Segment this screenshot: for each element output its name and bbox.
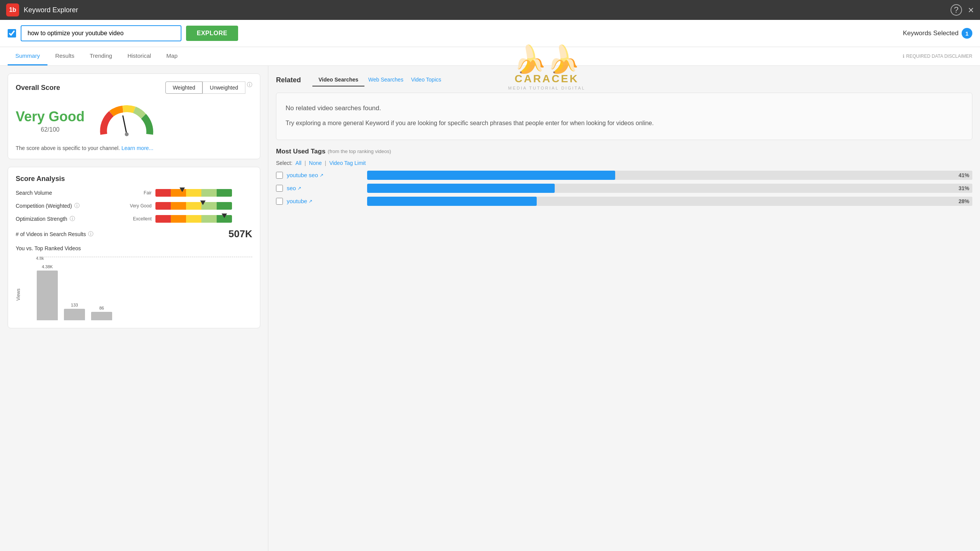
tag-checkbox-2[interactable] xyxy=(276,185,283,192)
tags-header: Most Used Tags (from the top ranking vid… xyxy=(276,148,972,155)
color-bar-search-volume xyxy=(155,189,232,197)
tab-weighted[interactable]: Weighted xyxy=(165,82,203,94)
info-icon: ℹ xyxy=(903,54,905,59)
tag-pct-3: 28% xyxy=(959,198,969,204)
score-card-header: Overall Score Weighted Unweighted ⓘ xyxy=(16,82,252,94)
nav-tabs: Summary Results Trending Historical Map … xyxy=(0,47,980,66)
tag-name-1[interactable]: youtube seo ↗ xyxy=(287,172,363,178)
score-number: 62/100 xyxy=(16,126,85,133)
bar-label-optimization: Excellent xyxy=(123,216,152,222)
external-link-icon-1: ↗ xyxy=(320,173,323,178)
chart-bars: 4.38K 133 86 xyxy=(37,257,252,320)
keywords-selected-label: Keywords Selected xyxy=(903,29,959,37)
tab-video-topics[interactable]: Video Topics xyxy=(407,73,445,86)
videos-label: # of Videos in Search Results ⓘ xyxy=(16,231,123,238)
analysis-label-optimization: Optimization Strength ⓘ xyxy=(16,215,123,222)
tag-checkbox-3[interactable] xyxy=(276,198,283,205)
tags-select-all[interactable]: All xyxy=(296,160,302,166)
bar-container-search-volume: Fair xyxy=(123,189,252,197)
chart-bar-1: 4.38K xyxy=(37,264,58,320)
videos-help-icon[interactable]: ⓘ xyxy=(88,231,93,238)
overall-score-title: Overall Score xyxy=(16,84,60,92)
tag-bar-outer-3: 28% xyxy=(367,197,972,206)
optimization-help-icon[interactable]: ⓘ xyxy=(70,215,75,222)
tag-bar-outer-2: 31% xyxy=(367,184,972,193)
gauge-svg xyxy=(96,104,157,138)
main-content: Overall Score Weighted Unweighted ⓘ Very… xyxy=(0,66,980,551)
bar-marker-competition xyxy=(200,201,206,205)
tag-row-3: youtube ↗ 28% xyxy=(276,197,972,206)
overall-score-card: Overall Score Weighted Unweighted ⓘ Very… xyxy=(8,73,260,159)
tags-select-none[interactable]: None xyxy=(309,160,322,166)
score-tab-help-icon[interactable]: ⓘ xyxy=(247,82,252,94)
app-logo: 1b xyxy=(6,3,19,16)
tab-historical[interactable]: Historical xyxy=(120,47,159,65)
title-bar: 1b Keyword Explorer ? × xyxy=(0,0,980,20)
score-label: Very Good xyxy=(16,109,85,125)
tags-section: Most Used Tags (from the top ranking vid… xyxy=(276,148,972,206)
close-icon[interactable]: × xyxy=(968,4,974,16)
chart-bar-1-label: 4.38K xyxy=(42,264,53,269)
analysis-row-search-volume: Search Volume Fair xyxy=(16,189,252,197)
chart-bar-3-label: 86 xyxy=(99,306,104,310)
you-vs-top-row: You vs. Top Ranked Videos xyxy=(16,245,252,251)
chart-bar-3: 86 xyxy=(91,306,112,320)
analysis-label-search-volume: Search Volume xyxy=(16,190,123,196)
keywords-badge: 1 xyxy=(962,28,972,39)
tab-web-searches[interactable]: Web Searches xyxy=(364,73,407,86)
tab-trending[interactable]: Trending xyxy=(82,47,120,65)
watermark-banana: 🍌🍌 xyxy=(508,66,585,73)
search-input[interactable] xyxy=(21,25,181,41)
analysis-row-optimization: Optimization Strength ⓘ Excellent xyxy=(16,215,252,223)
tag-bar-inner-2 xyxy=(367,184,555,193)
external-link-icon-3: ↗ xyxy=(309,199,312,204)
bar-label-competition: Very Good xyxy=(123,203,152,209)
tags-select-video-tag-limit[interactable]: Video Tag Limit xyxy=(329,160,366,166)
tab-map[interactable]: Map xyxy=(159,47,185,65)
explore-button[interactable]: EXPLORE xyxy=(186,26,238,41)
tag-bar-inner-1 xyxy=(367,171,615,180)
title-bar-actions: ? × xyxy=(951,4,974,16)
no-results-desc: Try exploring a more general Keyword if … xyxy=(286,118,963,128)
tab-summary[interactable]: Summary xyxy=(8,47,47,65)
tags-select-label: Select: xyxy=(276,160,292,166)
bar-container-competition: Very Good xyxy=(123,202,252,210)
chart-section: Views 4.8k 4.38K 133 xyxy=(16,257,252,320)
tag-name-2[interactable]: seo ↗ xyxy=(287,185,363,191)
tag-row-2: seo ↗ 31% xyxy=(276,184,972,193)
chart-bar-2-rect xyxy=(64,309,85,320)
analysis-label-competition: Competition (Weighted) ⓘ xyxy=(16,202,123,209)
tags-title: Most Used Tags xyxy=(276,148,325,155)
gauge-container xyxy=(96,104,157,138)
help-icon[interactable]: ? xyxy=(951,4,962,16)
score-footer-text: The score above is specific to your chan… xyxy=(16,145,120,151)
competition-help-icon[interactable]: ⓘ xyxy=(74,202,80,209)
bar-marker-optimization xyxy=(222,214,227,218)
chart-bar-1-rect xyxy=(37,271,58,320)
analysis-title: Score Analysis xyxy=(16,175,252,183)
chart-bar-3-rect xyxy=(91,312,112,320)
search-checkbox[interactable] xyxy=(8,29,16,37)
ref-line xyxy=(37,257,252,257)
svg-point-1 xyxy=(125,132,129,136)
tag-name-3[interactable]: youtube ↗ xyxy=(287,198,363,204)
app-title: Keyword Explorer xyxy=(24,6,78,14)
tags-subtitle: (from the top ranking videos) xyxy=(328,148,391,154)
tag-bar-outer-1: 41% xyxy=(367,171,972,180)
tag-checkbox-1[interactable] xyxy=(276,172,283,179)
tab-results[interactable]: Results xyxy=(47,47,82,65)
external-link-icon-2: ↗ xyxy=(297,186,301,191)
score-tabs: Weighted Unweighted ⓘ xyxy=(165,82,252,94)
score-body: Very Good 62/100 xyxy=(16,100,252,142)
tag-bar-inner-3 xyxy=(367,197,537,206)
color-bar-competition xyxy=(155,202,232,210)
disclaimer-text: REQUIRED DATA DISCLAIMER xyxy=(906,54,972,59)
learn-more-link[interactable]: Learn more... xyxy=(121,145,153,151)
right-panel: 🍌🍌 CARACEK MEDIA TUTORIAL DIGITAL Relate… xyxy=(268,66,980,551)
tag-row-1: youtube seo ↗ 41% xyxy=(276,171,972,180)
keywords-selected: Keywords Selected 1 xyxy=(903,28,972,39)
bar-container-optimization: Excellent xyxy=(123,215,252,223)
tab-video-searches[interactable]: Video Searches xyxy=(312,73,364,86)
ref-line-label: 4.8k xyxy=(36,256,44,261)
tab-unweighted[interactable]: Unweighted xyxy=(203,82,245,94)
